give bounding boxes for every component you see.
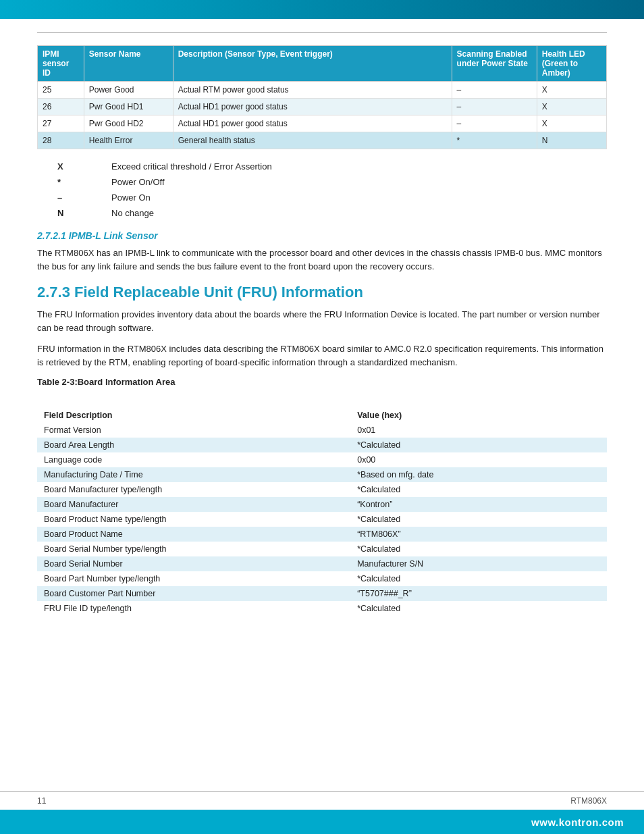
- col-header-scanning: Scanning Enabled under Power State: [452, 46, 537, 82]
- sensor-cell: 25: [38, 82, 84, 99]
- legend: (function() { const data = JSON.parse(do…: [57, 161, 607, 218]
- board-col-header-cell: Field Description: [37, 408, 350, 423]
- bottom-bar: www.kontron.com: [0, 810, 644, 834]
- board-value-cell: *Calculated: [350, 601, 607, 616]
- board-value-cell: “RTM806X”: [350, 527, 607, 542]
- website-label: www.kontron.com: [531, 816, 624, 828]
- board-field-cell: Board Manufacturer type/length: [37, 482, 350, 497]
- legend-desc: Power On: [111, 192, 151, 203]
- sensor-cell: Pwr Good HD1: [84, 99, 173, 115]
- legend-symbol: X: [57, 161, 111, 172]
- board-value-cell: *Calculated: [350, 482, 607, 497]
- board-data-row: Board Serial Number type/length*Calculat…: [37, 542, 607, 556]
- board-field-cell: Board Product Name: [37, 527, 350, 542]
- sensor-cell: X: [537, 82, 606, 99]
- board-data-row: Format Version0x01: [37, 423, 607, 438]
- board-data-row: Manufacturing Date / Time*Based on mfg. …: [37, 467, 607, 482]
- sensor-cell: X: [537, 115, 606, 132]
- sensor-cell: 26: [38, 99, 84, 115]
- board-field-cell: Board Serial Number: [37, 556, 350, 571]
- section-273-heading: 2.7.3 Field Replaceable Unit (FRU) Infor…: [37, 284, 607, 301]
- sensor-table: IPMI sensor ID Sensor Name Description (…: [37, 45, 607, 149]
- board-value-cell: “T5707###_R”: [350, 586, 607, 601]
- sensor-cell: Pwr Good HD2: [84, 115, 173, 132]
- footer: 11 RTM806X: [0, 791, 644, 806]
- board-value-cell: 0x00: [350, 452, 607, 467]
- board-field-cell: Board Manufacturer: [37, 497, 350, 512]
- board-value-cell: *Calculated: [350, 571, 607, 586]
- board-data-row: Board Product Name“RTM806X”: [37, 527, 607, 542]
- sensor-cell: Health Error: [84, 132, 173, 149]
- board-data-row: Board Manufacturer“Kontron”: [37, 497, 607, 512]
- board-data-row: Board Customer Part Number“T5707###_R”: [37, 586, 607, 601]
- board-table-header: Board Information Area: [37, 391, 607, 408]
- board-field-cell: Manufacturing Date / Time: [37, 467, 350, 482]
- table-caption: Table 2-3:Board Information Area: [37, 377, 607, 387]
- board-field-cell: FRU File ID type/length: [37, 601, 350, 616]
- board-table-header-cell: Board Information Area: [37, 391, 607, 408]
- top-rule: [37, 32, 607, 33]
- sensor-cell: *: [452, 132, 537, 149]
- col-header-sensor-name: Sensor Name: [84, 46, 173, 82]
- section-273-para2: FRU information in the RTM806X includes …: [37, 342, 607, 369]
- sensor-cell: Actual RTM power good status: [173, 82, 452, 99]
- legend-symbol: *: [57, 177, 111, 187]
- footer-page-number: 11: [37, 796, 46, 806]
- sensor-cell: Power Good: [84, 82, 173, 99]
- board-value-cell: 0x01: [350, 423, 607, 438]
- legend-desc: Exceed critical threshold / Error Assert…: [111, 161, 272, 172]
- sensor-cell: Actual HD1 power good status: [173, 115, 452, 132]
- section-2721-text: The RTM806X has an IPMB-L link to commun…: [37, 246, 607, 273]
- legend-item: –Power On: [57, 192, 607, 203]
- board-value-cell: *Calculated: [350, 542, 607, 556]
- board-data-row: Board Serial NumberManufacturer S/N: [37, 556, 607, 571]
- legend-item: *Power On/Off: [57, 177, 607, 187]
- board-data-row: Board Area Length*Calculated: [37, 438, 607, 452]
- board-data-row: Board Product Name type/length*Calculate…: [37, 512, 607, 527]
- board-value-cell: Manufacturer S/N: [350, 556, 607, 571]
- section-273-para1: The FRU Information provides inventory d…: [37, 308, 607, 334]
- board-data-row: Board Part Number type/length*Calculated: [37, 571, 607, 586]
- board-field-cell: Format Version: [37, 423, 350, 438]
- sensor-cell: –: [452, 99, 537, 115]
- board-value-cell: *Calculated: [350, 438, 607, 452]
- board-field-cell: Board Serial Number type/length: [37, 542, 350, 556]
- board-field-cell: Language code: [37, 452, 350, 467]
- sensor-row: 25Power GoodActual RTM power good status…: [38, 82, 607, 99]
- legend-symbol: N: [57, 208, 111, 218]
- sensor-cell: X: [537, 99, 606, 115]
- legend-item: NNo change: [57, 208, 607, 218]
- legend-desc: No change: [111, 208, 154, 218]
- sensor-cell: General health status: [173, 132, 452, 149]
- board-value-cell: *Based on mfg. date: [350, 467, 607, 482]
- board-field-cell: Board Customer Part Number: [37, 586, 350, 601]
- board-info-table: Board Information AreaField DescriptionV…: [37, 391, 607, 616]
- board-data-row: Board Manufacturer type/length*Calculate…: [37, 482, 607, 497]
- sensor-cell: –: [452, 82, 537, 99]
- sensor-row: 27Pwr Good HD2Actual HD1 power good stat…: [38, 115, 607, 132]
- board-field-cell: Board Area Length: [37, 438, 350, 452]
- sensor-cell: Actual HD1 power good status: [173, 99, 452, 115]
- board-data-row: Language code0x00: [37, 452, 607, 467]
- section-2721-heading: 2.7.2.1 IPMB-L Link Sensor: [37, 230, 607, 241]
- sensor-cell: 27: [38, 115, 84, 132]
- footer-product: RTM806X: [570, 796, 607, 806]
- board-col-headers: Field DescriptionValue (hex): [37, 408, 607, 423]
- board-value-cell: “Kontron”: [350, 497, 607, 512]
- col-header-ipmi: IPMI sensor ID: [38, 46, 84, 82]
- sensor-cell: –: [452, 115, 537, 132]
- legend-symbol: –: [57, 192, 111, 203]
- board-value-cell: *Calculated: [350, 512, 607, 527]
- sensor-cell: N: [537, 132, 606, 149]
- legend-item: XExceed critical threshold / Error Asser…: [57, 161, 607, 172]
- board-data-row: FRU File ID type/length*Calculated: [37, 601, 607, 616]
- col-header-description: Description (Sensor Type, Event trigger): [173, 46, 452, 82]
- sensor-cell: 28: [38, 132, 84, 149]
- sensor-row: 28Health ErrorGeneral health status*N: [38, 132, 607, 149]
- board-col-header-cell: Value (hex): [350, 408, 607, 423]
- board-field-cell: Board Product Name type/length: [37, 512, 350, 527]
- legend-desc: Power On/Off: [111, 177, 165, 187]
- board-field-cell: Board Part Number type/length: [37, 571, 350, 586]
- top-bar: [0, 0, 644, 19]
- col-header-health: Health LED (Green to Amber): [537, 46, 606, 82]
